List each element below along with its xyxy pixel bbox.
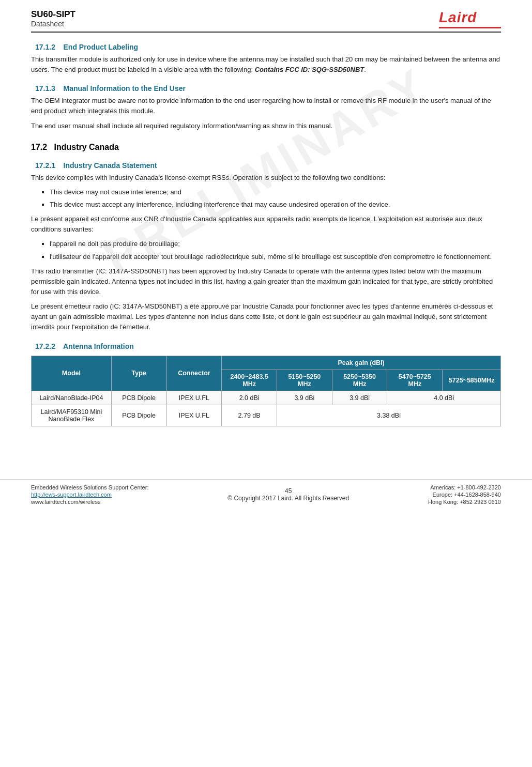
- cell-connector-1: IPEX U.FL: [166, 391, 222, 405]
- section-17-1-3: 17.1.3 Manual Information to the End Use…: [31, 84, 501, 131]
- section-17-2-1-heading: 17.2.1 Industry Canada Statement: [31, 161, 501, 170]
- footer-europe: Europe: +44-1628-858-940: [428, 492, 501, 498]
- cell-gain-5ghz-2: 3.38 dBi: [277, 405, 500, 426]
- footer-americas: Americas: +1-800-492-2320: [428, 484, 501, 490]
- col-type-header: Type: [111, 356, 166, 391]
- doc-title: SU60-SIPT: [31, 9, 75, 20]
- section-17-2-2: 17.2.2 Antenna Information Model Type Co…: [31, 342, 501, 426]
- section-17-2-1-body2: Le présent appareil est conforme aux CNR…: [31, 214, 501, 235]
- list-item: l'utilisateur de l'appareil doit accepte…: [50, 252, 501, 262]
- cell-gain-2400-1: 2.0 dBi: [222, 391, 277, 405]
- section-17-1-3-heading: 17.1.3 Manual Information to the End Use…: [31, 84, 501, 93]
- footer-hongkong: Hong Kong: +852 2923 0610: [428, 499, 501, 505]
- footer-support-label: Embedded Wireless Solutions Support Cent…: [31, 484, 148, 490]
- copyright: © Copyright 2017 Laird. All Rights Reser…: [227, 495, 349, 502]
- table-row: Laird/MAF95310 Mini NanoBlade Flex PCB D…: [32, 405, 501, 426]
- cell-gain-5150-1: 3.9 dBi: [277, 391, 332, 405]
- cell-model-1: Laird/NanoBlade-IP04: [32, 391, 112, 405]
- col-freq-5725-header: 5725~5850MHz: [443, 370, 501, 391]
- page-footer: Embedded Wireless Solutions Support Cent…: [0, 480, 532, 509]
- section-17-2-heading: 17.2 Industry Canada: [31, 143, 501, 152]
- col-peak-gain-header: Peak gain (dBi): [222, 356, 501, 370]
- section-17-2-2-heading: 17.2.2 Antenna Information: [31, 342, 501, 350]
- list-item: This device must accept any interference…: [50, 200, 501, 210]
- footer-right: Americas: +1-800-492-2320 Europe: +44-16…: [428, 484, 501, 505]
- section-17-2-1-body3: This radio transmitter (IC: 3147A-SSD50N…: [31, 266, 501, 297]
- laird-logo: Laird: [439, 9, 501, 28]
- col-connector-header: Connector: [166, 356, 222, 391]
- table-row: Laird/NanoBlade-IP04 PCB Dipole IPEX U.F…: [32, 391, 501, 405]
- section-17-2: 17.2 Industry Canada: [31, 143, 501, 152]
- col-freq-5150-header: 5150~5250 MHz: [277, 370, 332, 391]
- footer-wireless-url: www.lairdtech.com/wireless: [31, 499, 148, 505]
- page-number: 45: [227, 487, 349, 495]
- section-17-1-2-heading: 17.1.2 End Product Labeling: [31, 43, 501, 51]
- col-model-header: Model: [32, 356, 112, 391]
- doc-subtitle: Datasheet: [31, 20, 75, 28]
- cell-connector-2: IPEX U.FL: [166, 405, 222, 426]
- col-freq-5250-header: 5250~5350 MHz: [332, 370, 387, 391]
- section-17-2-1-body1: This device complies with Industry Canad…: [31, 173, 501, 183]
- table-header-row-1: Model Type Connector Peak gain (dBi): [32, 356, 501, 370]
- antenna-table: Model Type Connector Peak gain (dBi) 240…: [31, 356, 501, 426]
- list-item: l'appareil ne doit pas produire de broui…: [50, 239, 501, 249]
- logo-text: Laird: [439, 9, 501, 26]
- section-17-1-3-body2: The end user manual shall include all re…: [31, 121, 501, 131]
- footer-left: Embedded Wireless Solutions Support Cent…: [31, 484, 148, 505]
- list-item: This device may not cause interference; …: [50, 187, 501, 197]
- cell-gain-5470-1: 4.0 dBi: [387, 391, 501, 405]
- bullet-list-fr: l'appareil ne doit pas produire de broui…: [50, 239, 501, 262]
- cell-gain-5250-1: 3.9 dBi: [332, 391, 387, 405]
- header-left: SU60-SIPT Datasheet: [31, 9, 75, 28]
- section-17-1-3-body1: The OEM integrator must be aware not to …: [31, 96, 501, 116]
- cell-type-1: PCB Dipole: [111, 391, 166, 405]
- page-header: SU60-SIPT Datasheet Laird: [31, 9, 501, 33]
- footer-spacer: [31, 426, 501, 468]
- cell-model-2: Laird/MAF95310 Mini NanoBlade Flex: [32, 405, 112, 426]
- logo-underline: [439, 27, 501, 28]
- page-wrapper: PRELIMINARY SU60-SIPT Datasheet Laird 17…: [0, 0, 532, 509]
- col-freq-2400-header: 2400~2483.5 MHz: [222, 370, 277, 391]
- section-17-1-2: 17.1.2 End Product Labeling This transmi…: [31, 43, 501, 75]
- footer-center: 45 © Copyright 2017 Laird. All Rights Re…: [227, 487, 349, 502]
- cell-gain-2400-2: 2.79 dB: [222, 405, 277, 426]
- col-freq-5470-header: 5470~5725 MHz: [387, 370, 443, 391]
- section-17-2-1: 17.2.1 Industry Canada Statement This de…: [31, 161, 501, 333]
- footer-support-url[interactable]: http://ews-support.lairdtech.com: [31, 492, 148, 498]
- cell-type-2: PCB Dipole: [111, 405, 166, 426]
- section-17-2-1-body4: Le présent émetteur radio (IC: 3147A-MSD…: [31, 301, 501, 332]
- bullet-list-en: This device may not cause interference; …: [50, 187, 501, 210]
- section-17-1-2-body: This transmitter module is authorized on…: [31, 54, 501, 75]
